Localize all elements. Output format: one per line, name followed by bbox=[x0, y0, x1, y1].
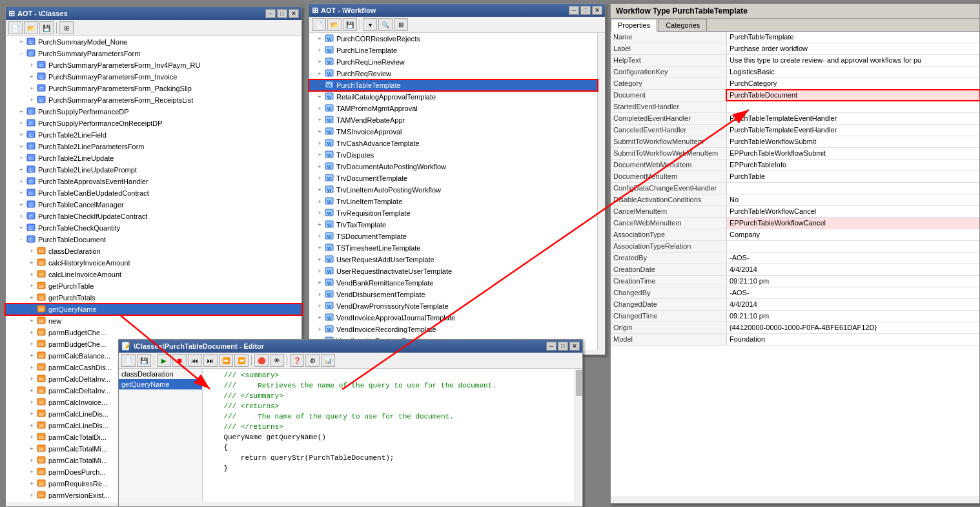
tree-expand-icon[interactable]: + bbox=[26, 293, 37, 303]
ed-tb-run[interactable]: ▶ bbox=[157, 354, 171, 367]
classes-tree-item[interactable]: −CPurchTableDocument bbox=[6, 234, 301, 245]
workflow-tree-item[interactable]: +WPurchReqLineReview bbox=[309, 56, 597, 68]
workflow-tree-item[interactable]: +WTrvLineItemAutoPostingWorkflow bbox=[309, 184, 597, 196]
aot-workflow-titlebar[interactable]: ⊞ AOT - \Workflow ─ □ ✕ bbox=[309, 4, 605, 17]
tree-expand-icon[interactable]: − bbox=[16, 234, 26, 245]
editor-minimize-button[interactable]: ─ bbox=[546, 342, 556, 351]
wf-expand-icon[interactable]: + bbox=[314, 34, 325, 44]
classes-tree-item[interactable]: +CPurchTable2LineField bbox=[6, 129, 301, 141]
restore-button[interactable]: □ bbox=[277, 9, 287, 18]
classes-tree-item[interactable]: +CPurchTableCanBeUpdatedContract bbox=[6, 187, 301, 199]
tree-expand-icon[interactable]: + bbox=[16, 153, 26, 163]
tree-expand-icon[interactable]: + bbox=[26, 374, 37, 384]
workflow-tree-item[interactable]: +WTSTimesheetLineTemplate bbox=[309, 242, 597, 254]
tree-expand-icon[interactable]: + bbox=[26, 351, 37, 361]
property-value[interactable]: PurchTableDocument bbox=[727, 90, 979, 101]
tree-expand-icon[interactable]: + bbox=[26, 95, 37, 105]
workflow-tree-item[interactable]: +WVendDrawPromissoryNoteTemplate bbox=[309, 300, 597, 312]
tree-expand-icon[interactable]: + bbox=[26, 409, 37, 419]
wf-expand-icon[interactable]: + bbox=[314, 161, 325, 172]
wf-expand-icon[interactable]: + bbox=[314, 289, 325, 300]
classes-tree-item[interactable]: +CPurchSummaryModel_None bbox=[6, 36, 301, 48]
tree-expand-icon[interactable]: + bbox=[26, 397, 37, 408]
classes-tree-item[interactable]: +CPurchTableApprovalsEventHandler bbox=[6, 176, 301, 187]
tree-expand-icon[interactable]: + bbox=[26, 246, 37, 256]
classes-tree-item[interactable]: +CPurchTableCheckIfUpdateContract bbox=[6, 211, 301, 222]
classes-tree-item[interactable]: +McalcHistoryInvoiceAmount bbox=[6, 257, 301, 269]
workflow-tree-item[interactable]: +WTAMVendRebateAppr bbox=[309, 114, 597, 126]
close-button[interactable]: ✕ bbox=[289, 9, 299, 18]
workflow-tree-item[interactable]: +WVendInvoiceRecordingTemplate bbox=[309, 324, 597, 335]
wf-expand-icon[interactable]: + bbox=[314, 127, 325, 137]
workflow-tree-item[interactable]: +WPurchLineTemplate bbox=[309, 45, 597, 56]
ed-tb-debug4[interactable]: ⏪ bbox=[234, 354, 249, 367]
wf-expand-icon[interactable]: + bbox=[314, 138, 325, 149]
tree-expand-icon[interactable]: + bbox=[16, 118, 26, 129]
tree-expand-icon[interactable]: + bbox=[16, 165, 26, 175]
ed-tb-stop[interactable]: ⏹ bbox=[172, 354, 187, 367]
editor-restore-button[interactable]: □ bbox=[558, 342, 568, 351]
tree-expand-icon[interactable]: + bbox=[26, 327, 37, 338]
classes-tree-item[interactable]: +CPurchSummaryParametersForm_Invoice bbox=[6, 71, 301, 83]
editor-close-button[interactable]: ✕ bbox=[569, 342, 580, 351]
ed-tb-help[interactable]: ❓ bbox=[290, 354, 304, 367]
wf-expand-icon[interactable]: + bbox=[314, 220, 325, 230]
workflow-tree-item[interactable]: +WUserRequestAddUserTemplate bbox=[309, 254, 597, 265]
classes-tree-item[interactable]: +MgetPurchTable bbox=[6, 280, 301, 292]
workflow-tree-item[interactable]: +WTSDocumentTemplate bbox=[309, 231, 597, 242]
wf-restore-button[interactable]: □ bbox=[580, 6, 591, 15]
wf-toolbar-filter[interactable]: ▾ bbox=[363, 18, 377, 31]
tree-expand-icon[interactable]: + bbox=[16, 107, 26, 117]
wf-expand-icon[interactable]: + bbox=[314, 92, 325, 102]
classes-tree-item[interactable]: +CPurchSupplyPerformanceDP bbox=[6, 106, 301, 118]
toolbar-grid[interactable]: ⊞ bbox=[59, 21, 74, 34]
tree-expand-icon[interactable]: + bbox=[16, 223, 26, 233]
wf-toolbar-grid[interactable]: ⊞ bbox=[394, 18, 408, 31]
ed-tb-extra2[interactable]: 📊 bbox=[321, 354, 335, 367]
workflow-tree-item[interactable]: +WTMSInvoiceApproval bbox=[309, 126, 597, 138]
wf-expand-icon[interactable]: + bbox=[314, 185, 325, 195]
tree-expand-icon[interactable]: + bbox=[26, 490, 37, 501]
wf-expand-icon[interactable]: + bbox=[314, 313, 325, 323]
wf-expand-icon[interactable]: + bbox=[314, 254, 325, 265]
workflow-tree-item[interactable]: +WVendDisbursementTemplate bbox=[309, 289, 597, 300]
ed-tb-debug2[interactable]: ⏭ bbox=[203, 354, 218, 367]
workflow-tree-item[interactable]: +WPurchReqReview bbox=[309, 68, 597, 79]
classes-tree-item[interactable]: +CPurchTable2LineUpdatePrompt bbox=[6, 164, 301, 176]
classes-tree-item[interactable]: +MgetQueryName bbox=[6, 304, 301, 315]
tree-expand-icon[interactable]: + bbox=[26, 386, 37, 396]
editor-titlebar[interactable]: 📝 \Classes\PurchTableDocument - Editor ─… bbox=[119, 340, 582, 353]
workflow-tree-item[interactable]: +WTrvCashAdvanceTemplate bbox=[309, 138, 597, 149]
ed-tb-debug3[interactable]: ⏩ bbox=[219, 354, 233, 367]
tree-expand-icon[interactable]: − bbox=[16, 48, 26, 59]
classes-tree-item[interactable]: +CPurchTable2LineParametersForm bbox=[6, 141, 301, 152]
wf-expand-icon[interactable]: + bbox=[314, 208, 325, 218]
classes-tree-item[interactable]: −CPurchSummaryParametersForm bbox=[6, 48, 301, 59]
toolbar-save[interactable]: 💾 bbox=[39, 21, 54, 34]
wf-toolbar-new[interactable]: 📄 bbox=[312, 18, 326, 31]
tree-expand-icon[interactable]: + bbox=[26, 281, 37, 291]
wf-expand-icon[interactable]: + bbox=[314, 115, 325, 125]
wf-expand-icon[interactable]: + bbox=[314, 68, 325, 79]
tree-expand-icon[interactable]: + bbox=[26, 432, 37, 442]
wf-close-button[interactable]: ✕ bbox=[592, 6, 602, 15]
tree-expand-icon[interactable]: + bbox=[16, 176, 26, 187]
tree-expand-icon[interactable]: + bbox=[26, 72, 37, 82]
classes-tree-item[interactable]: +CPurchSupplyPerformanceOnReceiptDP bbox=[6, 118, 301, 129]
tree-expand-icon[interactable]: + bbox=[26, 316, 37, 326]
ed-tb-debug1[interactable]: ⏮ bbox=[188, 354, 202, 367]
toolbar-new[interactable]: 📄 bbox=[8, 21, 23, 34]
wf-expand-icon[interactable]: + bbox=[314, 324, 325, 335]
tree-expand-icon[interactable]: + bbox=[26, 420, 37, 431]
classes-tree-item[interactable]: +CPurchTable2LineUpdate bbox=[6, 152, 301, 164]
workflow-tree-item[interactable]: +WTrvDocumentTemplate bbox=[309, 172, 597, 184]
tab-properties[interactable]: Properties bbox=[611, 19, 657, 32]
tree-expand-icon[interactable]: + bbox=[16, 141, 26, 152]
classes-tree-item[interactable]: +CPurchSummaryParametersForm_PackingSlip bbox=[6, 83, 301, 94]
wf-toolbar-search[interactable]: 🔍 bbox=[378, 18, 393, 31]
classes-tree-item[interactable]: +MgetPurchTotals bbox=[6, 292, 301, 304]
workflow-tree-item[interactable]: +WVendBankRemittanceTemplate bbox=[309, 277, 597, 289]
wf-expand-icon[interactable]: + bbox=[314, 231, 325, 242]
classes-tree-item[interactable]: +CPurchSummaryParametersForm_ReceiptsLis… bbox=[6, 94, 301, 106]
editor-sidebar-getquery[interactable]: getQueryName bbox=[119, 379, 202, 389]
